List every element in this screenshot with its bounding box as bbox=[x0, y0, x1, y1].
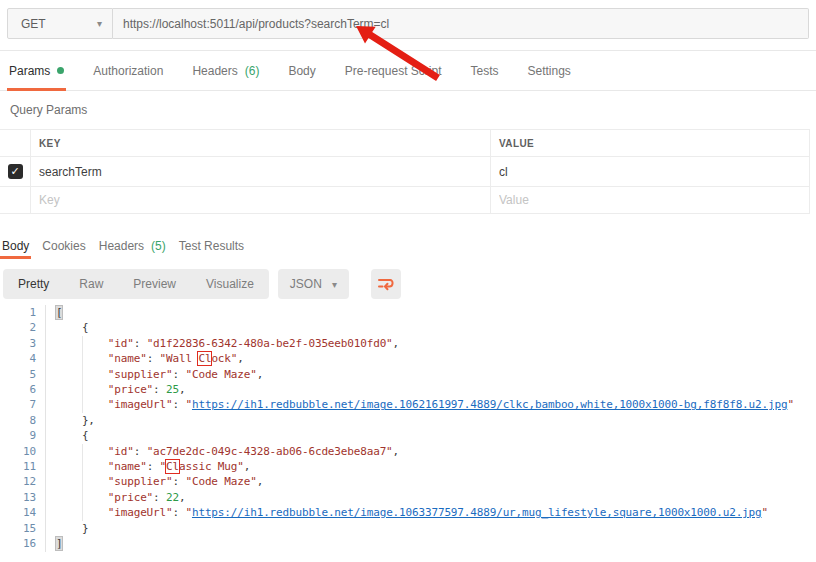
response-tab-cookies[interactable]: Cookies bbox=[42, 234, 85, 258]
chevron-down-icon: ▾ bbox=[332, 279, 337, 290]
response-body-viewer[interactable]: 1[2 {3 "id": "d1f22836-6342-480a-be2f-03… bbox=[0, 305, 816, 552]
chevron-down-icon: ▾ bbox=[97, 18, 102, 29]
code-token: , bbox=[393, 445, 399, 458]
tab-label: Body bbox=[288, 64, 315, 78]
code-token: "price" bbox=[108, 491, 153, 504]
code-line: 5 "supplier": "Code Maze", bbox=[0, 367, 816, 382]
code-token: " bbox=[787, 398, 793, 411]
json-url-link[interactable]: https://ih1.redbubble.net/image.10633775… bbox=[192, 506, 762, 519]
tab-label: Headers bbox=[99, 239, 144, 253]
code-token: [ bbox=[56, 306, 62, 319]
line-number: 6 bbox=[0, 382, 46, 397]
code-token: }, bbox=[56, 414, 95, 427]
view-switcher: PrettyRawPreviewVisualize bbox=[3, 269, 269, 299]
code-line: 7 "imageUrl": "https://ih1.redbubble.net… bbox=[0, 397, 816, 412]
tab-authorization[interactable]: Authorization bbox=[93, 51, 163, 90]
active-params-dot-icon bbox=[57, 67, 64, 74]
code-line: 4 "name": "Wall Clock", bbox=[0, 351, 816, 366]
tab-label: Authorization bbox=[93, 64, 163, 78]
tab-count-badge: (6) bbox=[245, 64, 260, 78]
code-token: : bbox=[173, 506, 186, 519]
line-number: 7 bbox=[0, 397, 46, 412]
code-token: "price" bbox=[108, 383, 153, 396]
view-raw[interactable]: Raw bbox=[64, 269, 118, 299]
tab-label: Headers bbox=[192, 64, 237, 78]
code-token: : bbox=[173, 368, 186, 381]
tab-tests[interactable]: Tests bbox=[470, 51, 498, 90]
table-row: ✓ searchTerm cl bbox=[0, 156, 809, 186]
line-number: 2 bbox=[0, 320, 46, 335]
method-select[interactable]: GET ▾ bbox=[7, 8, 113, 39]
annotation-box: Cl bbox=[198, 352, 211, 365]
line-number: 16 bbox=[0, 536, 46, 551]
format-select[interactable]: JSON ▾ bbox=[278, 269, 349, 299]
code-token: : bbox=[173, 475, 186, 488]
tab-params[interactable]: Params bbox=[9, 51, 64, 90]
code-token: "imageUrl" bbox=[108, 506, 173, 519]
line-number: 11 bbox=[0, 459, 46, 474]
value-column-header: VALUE bbox=[491, 130, 809, 156]
format-label: JSON bbox=[290, 277, 322, 291]
response-toolbar: PrettyRawPreviewVisualize JSON ▾ bbox=[3, 269, 816, 299]
param-key-cell[interactable]: searchTerm bbox=[31, 157, 491, 186]
code-token: "ac7de2dc-049c-4328-ab06-6cde3ebe8aa7" bbox=[147, 445, 393, 458]
code-token: , bbox=[393, 337, 399, 350]
wrap-text-icon bbox=[376, 275, 396, 293]
code-token: "imageUrl" bbox=[108, 398, 173, 411]
code-line: 2 { bbox=[0, 320, 816, 335]
code-token: : bbox=[153, 383, 166, 396]
view-pretty[interactable]: Pretty bbox=[3, 269, 64, 299]
code-token: : bbox=[147, 352, 160, 365]
query-params-table: KEY VALUE ✓ searchTerm cl bbox=[0, 129, 810, 214]
view-preview[interactable]: Preview bbox=[118, 269, 191, 299]
code-token: " bbox=[762, 506, 768, 519]
code-token: : bbox=[134, 445, 147, 458]
tab-label: Settings bbox=[528, 64, 571, 78]
query-params-title: Query Params bbox=[10, 103, 816, 119]
indent-guide bbox=[82, 444, 83, 521]
param-value-cell[interactable]: cl bbox=[491, 157, 809, 186]
code-token: : bbox=[173, 398, 186, 411]
response-tab-headers[interactable]: Headers(5) bbox=[99, 234, 166, 258]
code-token: } bbox=[56, 522, 88, 535]
response-tab-test-results[interactable]: Test Results bbox=[179, 234, 244, 258]
code-line: 10 "id": "ac7de2dc-049c-4328-ab06-6cde3e… bbox=[0, 444, 816, 459]
code-line: 14 "imageUrl": "https://ih1.redbubble.ne… bbox=[0, 505, 816, 520]
line-number: 13 bbox=[0, 490, 46, 505]
tab-headers[interactable]: Headers(6) bbox=[192, 51, 259, 90]
code-lines: 1[2 {3 "id": "d1f22836-6342-480a-be2f-03… bbox=[0, 305, 816, 552]
tab-body[interactable]: Body bbox=[288, 51, 315, 90]
tab-label: Cookies bbox=[42, 239, 85, 253]
code-line: 8 }, bbox=[0, 413, 816, 428]
code-token: "id" bbox=[108, 445, 134, 458]
param-enabled-checkbox[interactable]: ✓ bbox=[8, 164, 23, 179]
code-token: , bbox=[179, 491, 185, 504]
line-number: 9 bbox=[0, 428, 46, 443]
tab-label: Tests bbox=[470, 64, 498, 78]
new-param-value-input[interactable] bbox=[499, 193, 801, 207]
table-row-new bbox=[0, 186, 809, 214]
annotation-box: Cl bbox=[166, 460, 179, 473]
view-visualize[interactable]: Visualize bbox=[191, 269, 269, 299]
new-param-key-input[interactable] bbox=[39, 193, 482, 207]
indent-guide bbox=[82, 336, 83, 413]
code-line: 11 "name": "Classic Mug", bbox=[0, 459, 816, 474]
response-tab-body[interactable]: Body bbox=[2, 234, 29, 258]
url-input[interactable] bbox=[113, 8, 809, 39]
line-number: 8 bbox=[0, 413, 46, 428]
line-number: 14 bbox=[0, 505, 46, 520]
code-token: "name" bbox=[108, 460, 147, 473]
line-number: 1 bbox=[0, 305, 46, 320]
checkbox-column-header bbox=[0, 130, 31, 156]
wrap-text-button[interactable] bbox=[371, 269, 401, 299]
code-token: "supplier" bbox=[108, 368, 173, 381]
tab-pre-request-script[interactable]: Pre-request Script bbox=[345, 51, 442, 90]
code-token: "Wall bbox=[160, 352, 199, 365]
json-url-link[interactable]: https://ih1.redbubble.net/image.10621619… bbox=[192, 398, 787, 411]
tab-settings[interactable]: Settings bbox=[528, 51, 571, 90]
code-line: 1[ bbox=[0, 305, 816, 320]
table-header-row: KEY VALUE bbox=[0, 129, 809, 156]
code-line: 3 "id": "d1f22836-6342-480a-be2f-035eeb0… bbox=[0, 336, 816, 351]
line-number: 5 bbox=[0, 367, 46, 382]
code-token: : bbox=[153, 491, 166, 504]
